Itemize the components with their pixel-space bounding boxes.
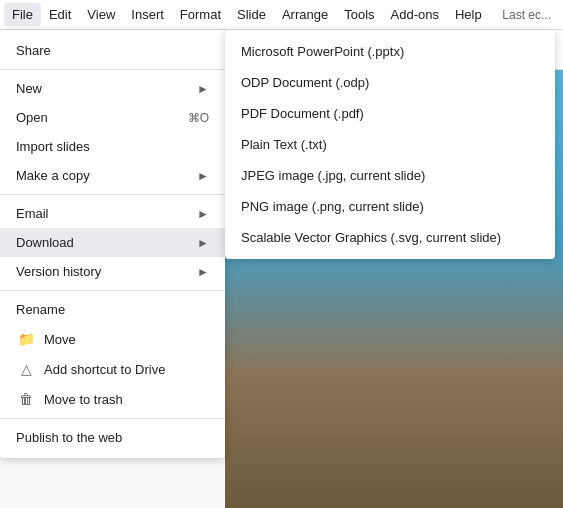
download-submenu: Microsoft PowerPoint (.pptx) ODP Documen… bbox=[225, 30, 555, 259]
download-png[interactable]: PNG image (.png, current slide) bbox=[225, 191, 555, 222]
menubar-file[interactable]: File bbox=[4, 3, 41, 26]
menu-item-download[interactable]: Download ► bbox=[0, 228, 225, 257]
menu-divider-3 bbox=[0, 290, 225, 291]
menubar-slide[interactable]: Slide bbox=[229, 3, 274, 26]
menu-item-open[interactable]: Open ⌘O bbox=[0, 103, 225, 132]
download-odp[interactable]: ODP Document (.odp) bbox=[225, 67, 555, 98]
download-txt[interactable]: Plain Text (.txt) bbox=[225, 129, 555, 160]
download-jpg[interactable]: JPEG image (.jpg, current slide) bbox=[225, 160, 555, 191]
folder-icon: 📁 bbox=[16, 331, 36, 347]
menu-divider-1 bbox=[0, 69, 225, 70]
trash-icon: 🗑 bbox=[16, 391, 36, 407]
menu-item-publish[interactable]: Publish to the web bbox=[0, 423, 225, 452]
menu-item-add-shortcut[interactable]: △ Add shortcut to Drive bbox=[0, 354, 225, 384]
version-arrow-icon: ► bbox=[197, 265, 209, 279]
download-pptx[interactable]: Microsoft PowerPoint (.pptx) bbox=[225, 36, 555, 67]
menubar-edit[interactable]: Edit bbox=[41, 3, 79, 26]
file-menu: Share New ► Open ⌘O Import slides Make a… bbox=[0, 30, 225, 458]
menu-divider-2 bbox=[0, 194, 225, 195]
menu-item-rename[interactable]: Rename bbox=[0, 295, 225, 324]
menu-item-import[interactable]: Import slides bbox=[0, 132, 225, 161]
last-edit-label: Last ec... bbox=[502, 8, 559, 22]
new-arrow-icon: ► bbox=[197, 82, 209, 96]
download-svg[interactable]: Scalable Vector Graphics (.svg, current … bbox=[225, 222, 555, 253]
menubar: File Edit View Insert Format Slide Arran… bbox=[0, 0, 563, 30]
menu-item-new[interactable]: New ► bbox=[0, 74, 225, 103]
menubar-addons[interactable]: Add-ons bbox=[383, 3, 447, 26]
menubar-arrange[interactable]: Arrange bbox=[274, 3, 336, 26]
download-pdf[interactable]: PDF Document (.pdf) bbox=[225, 98, 555, 129]
menu-item-email[interactable]: Email ► bbox=[0, 199, 225, 228]
copy-arrow-icon: ► bbox=[197, 169, 209, 183]
menu-item-copy[interactable]: Make a copy ► bbox=[0, 161, 225, 190]
menu-item-move[interactable]: 📁 Move bbox=[0, 324, 225, 354]
email-arrow-icon: ► bbox=[197, 207, 209, 221]
drive-icon: △ bbox=[16, 361, 36, 377]
menubar-view[interactable]: View bbox=[79, 3, 123, 26]
download-arrow-icon: ► bbox=[197, 236, 209, 250]
menu-item-version-history[interactable]: Version history ► bbox=[0, 257, 225, 286]
menubar-format[interactable]: Format bbox=[172, 3, 229, 26]
menu-item-share[interactable]: Share bbox=[0, 36, 225, 65]
menubar-insert[interactable]: Insert bbox=[123, 3, 172, 26]
menubar-tools[interactable]: Tools bbox=[336, 3, 382, 26]
menu-item-trash[interactable]: 🗑 Move to trash bbox=[0, 384, 225, 414]
menu-divider-4 bbox=[0, 418, 225, 419]
menubar-help[interactable]: Help bbox=[447, 3, 490, 26]
